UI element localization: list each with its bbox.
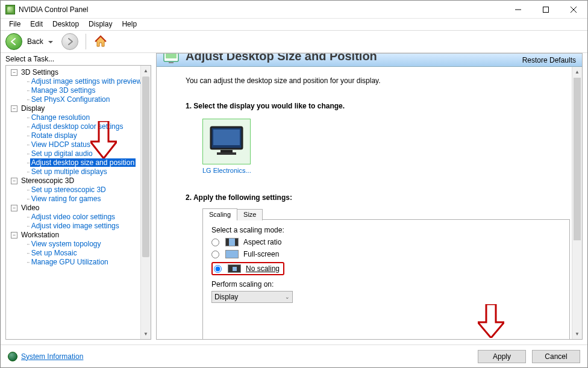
tree-item-label: Manage GPU Utilization bbox=[30, 258, 110, 266]
tab-size[interactable]: Size bbox=[237, 209, 263, 220]
tree-item[interactable]: ··Set up Mosaic bbox=[25, 249, 149, 258]
annotation-no-scaling-box: No scaling bbox=[211, 262, 284, 275]
menu-file[interactable]: File bbox=[4, 19, 25, 30]
tree-item[interactable]: ··Adjust video image settings bbox=[25, 222, 149, 231]
tree-item-label: Manage 3D settings bbox=[30, 86, 97, 95]
tree-group-label: Workstation bbox=[20, 231, 60, 240]
radio-full-screen[interactable]: Full-screen bbox=[211, 250, 561, 258]
tree-item[interactable]: ··Set up stereoscopic 3D bbox=[25, 186, 149, 195]
desktop-size-icon bbox=[163, 54, 182, 66]
back-history-dropdown[interactable] bbox=[48, 37, 53, 46]
sidebar-title: Select a Task... bbox=[1, 53, 156, 65]
scaling-mode-label: Select a scaling mode: bbox=[211, 226, 561, 234]
radio-aspect-input[interactable] bbox=[211, 239, 219, 246]
tree-group[interactable]: −Stereoscopic 3D bbox=[10, 176, 149, 186]
perform-scaling-label: Perform scaling on: bbox=[211, 280, 561, 288]
aspect-label: Aspect ratio bbox=[243, 238, 281, 246]
svg-rect-1 bbox=[543, 7, 549, 12]
radio-full-input[interactable] bbox=[211, 251, 219, 258]
perform-scaling-dropdown[interactable]: Display ⌄ bbox=[211, 291, 293, 303]
nvidia-icon bbox=[5, 5, 15, 14]
tree-group-label: Video bbox=[20, 204, 40, 213]
svg-rect-8 bbox=[213, 129, 240, 145]
tree-group-label: Stereoscopic 3D bbox=[20, 176, 75, 186]
tree-item[interactable]: ··View HDCP status bbox=[25, 140, 149, 149]
content: Adjust Desktop Size and Position Restore… bbox=[156, 53, 583, 340]
tree-item-label: Set up stereoscopic 3D bbox=[30, 186, 107, 194]
tree-item-label: Adjust desktop color settings bbox=[30, 122, 125, 131]
perform-scaling-value: Display bbox=[214, 293, 238, 301]
tree-item[interactable]: ··Adjust desktop color settings bbox=[25, 122, 149, 131]
page-title: Adjust Desktop Size and Position bbox=[186, 54, 377, 63]
tree-group-label: Display bbox=[20, 104, 46, 113]
tree-item[interactable]: ··Set up digital audio bbox=[25, 149, 149, 158]
menu-edit[interactable]: Edit bbox=[25, 19, 48, 30]
tree-item-label: View system topology bbox=[30, 240, 102, 248]
collapse-icon[interactable]: − bbox=[11, 178, 17, 184]
tree-item[interactable]: ··Manage 3D settings bbox=[25, 86, 149, 95]
tree-item[interactable]: ··Adjust video color settings bbox=[25, 213, 149, 222]
collapse-icon[interactable]: − bbox=[11, 69, 17, 76]
content-scrollbar[interactable]: ▲▼ bbox=[572, 67, 582, 339]
forward-button[interactable] bbox=[61, 33, 78, 50]
menu-help[interactable]: Help bbox=[117, 19, 142, 30]
tree-group[interactable]: −Workstation bbox=[10, 231, 149, 240]
tree-item-label: Set up multiple displays bbox=[30, 167, 108, 176]
tree-item[interactable]: ··Adjust image settings with preview bbox=[25, 77, 149, 86]
full-label: Full-screen bbox=[243, 250, 279, 258]
scaling-tab-body: Select a scaling mode: Aspect ratio Full… bbox=[202, 219, 570, 339]
tree-item-label: Set up digital audio bbox=[30, 149, 94, 158]
tree-group-label: 3D Settings bbox=[20, 68, 60, 77]
aspect-icon bbox=[225, 238, 239, 246]
tree-item-label: Adjust image settings with preview bbox=[30, 77, 143, 86]
tree-item[interactable]: ··View rating for games bbox=[25, 195, 149, 204]
system-information-link[interactable]: System Information bbox=[21, 352, 83, 361]
collapse-icon[interactable]: − bbox=[11, 232, 17, 239]
svg-rect-5 bbox=[166, 54, 177, 58]
no-scaling-label[interactable]: No scaling bbox=[246, 264, 280, 273]
tree-group[interactable]: −3D Settings bbox=[10, 68, 149, 77]
restore-defaults-link[interactable]: Restore Defaults bbox=[522, 56, 576, 64]
display-thumbnail[interactable] bbox=[202, 119, 251, 164]
svg-rect-10 bbox=[217, 152, 236, 155]
back-label: Back bbox=[27, 37, 43, 46]
tree-scrollbar[interactable]: ▲▼ bbox=[140, 66, 151, 339]
menubar: File Edit Desktop Display Help bbox=[1, 19, 587, 30]
tree-group[interactable]: −Display bbox=[10, 104, 149, 113]
cancel-button[interactable]: Cancel bbox=[532, 350, 580, 363]
tree-item[interactable]: ··View system topology bbox=[25, 240, 149, 249]
svg-rect-6 bbox=[169, 62, 174, 63]
toolbar: Back bbox=[1, 31, 587, 52]
maximize-button[interactable] bbox=[532, 1, 560, 18]
fullscreen-icon bbox=[225, 250, 239, 258]
apply-button[interactable]: Apply bbox=[478, 350, 526, 363]
close-button[interactable] bbox=[560, 1, 587, 18]
tree-item[interactable]: ··Adjust desktop size and position bbox=[25, 158, 149, 167]
tree-item[interactable]: ··Set PhysX Configuration bbox=[25, 95, 149, 104]
collapse-icon[interactable]: − bbox=[11, 205, 17, 211]
tree-item-label: Set PhysX Configuration bbox=[30, 95, 111, 104]
collapse-icon[interactable]: − bbox=[11, 105, 17, 112]
tree-item[interactable]: ··Manage GPU Utilization bbox=[25, 258, 149, 267]
menu-desktop[interactable]: Desktop bbox=[48, 19, 84, 30]
window-title: NVIDIA Control Panel bbox=[19, 5, 88, 14]
home-button[interactable] bbox=[93, 34, 108, 49]
radio-aspect-ratio[interactable]: Aspect ratio bbox=[211, 238, 561, 246]
tree-item-label: View HDCP status bbox=[30, 140, 92, 149]
intro-text: You can adjust the desktop size and posi… bbox=[186, 76, 570, 85]
tab-scaling[interactable]: Scaling bbox=[202, 208, 237, 220]
tree-item-label: Change resolution bbox=[30, 113, 91, 122]
tree-item[interactable]: ··Set up multiple displays bbox=[25, 167, 149, 176]
tree-item[interactable]: ··Change resolution bbox=[25, 113, 149, 122]
nvidia-control-panel-window: NVIDIA Control Panel File Edit Desktop D… bbox=[0, 0, 588, 368]
system-info-icon bbox=[8, 352, 17, 361]
task-tree: −3D Settings··Adjust image settings with… bbox=[5, 65, 151, 340]
minimize-button[interactable] bbox=[504, 1, 532, 18]
tree-group[interactable]: −Video bbox=[10, 204, 149, 213]
back-button[interactable] bbox=[5, 33, 22, 50]
menu-display[interactable]: Display bbox=[84, 19, 117, 30]
radio-no-scaling-input[interactable] bbox=[214, 265, 222, 273]
tree-item-label: Set up Mosaic bbox=[30, 249, 78, 257]
step2-heading: 2. Apply the following settings: bbox=[186, 193, 570, 202]
tree-item[interactable]: ··Rotate display bbox=[25, 131, 149, 140]
